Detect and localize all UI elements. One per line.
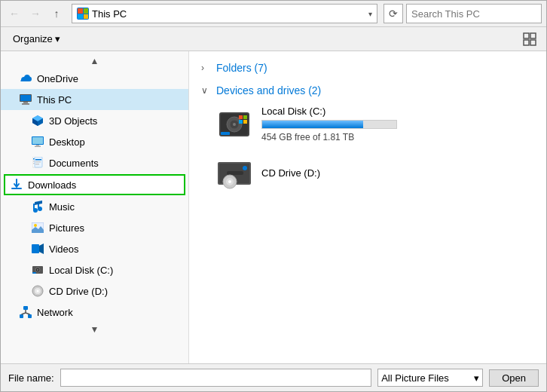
drive-icon-local-c: [216, 106, 252, 142]
cddrive-icon: [31, 284, 44, 298]
thispc-icon: [19, 93, 32, 106]
svg-rect-15: [35, 146, 41, 148]
sidebar-item-music[interactable]: Music: [1, 196, 188, 217]
refresh-button[interactable]: ⟳: [384, 4, 403, 23]
svg-point-39: [37, 290, 39, 292]
address-icon: [77, 8, 89, 20]
drives-section-title: Devices and drives (2): [216, 84, 321, 96]
drives-section: ∨ Devices and drives (2): [201, 80, 534, 197]
svg-marker-32: [39, 243, 44, 254]
svg-rect-31: [32, 244, 39, 253]
search-input[interactable]: [406, 4, 542, 23]
network-icon: [19, 305, 32, 319]
svg-point-61: [228, 180, 231, 183]
sidebar-item-pictures[interactable]: Pictures: [1, 217, 188, 238]
drive-info-cd-d: CD Drive (D:): [261, 167, 320, 179]
folders-section-header[interactable]: › Folders (7): [201, 57, 534, 77]
sidebar-item-videos-label: Videos: [49, 243, 79, 255]
file-type-dropdown[interactable]: All Picture Files ▾: [377, 369, 483, 387]
bottom-bar: File name: All Picture Files ▾ Open: [1, 363, 546, 391]
file-explorer-window: ← → ↑ This PC ▾ ⟳ Organize ▾: [0, 0, 547, 392]
onedrive-icon: [19, 72, 32, 85]
svg-rect-3: [530, 40, 536, 45]
view-icons-button[interactable]: [519, 29, 540, 50]
svg-line-44: [22, 313, 26, 314]
drive-progress-bar-local-c: [261, 120, 397, 129]
drive-progress-fill-local-c: [262, 121, 363, 128]
folders-section: › Folders (7): [201, 57, 534, 77]
sidebar-item-downloads[interactable]: Downloads: [4, 174, 185, 195]
downloads-icon: [10, 178, 23, 191]
drives-chevron: ∨: [201, 85, 212, 96]
svg-rect-27: [33, 204, 35, 210]
svg-point-62: [243, 166, 247, 170]
documents-icon: [31, 156, 44, 170]
toolbar: ← → ↑ This PC ▾ ⟳: [1, 1, 546, 27]
drive-item-cd-d[interactable]: CD Drive (D:): [201, 149, 534, 197]
svg-rect-40: [23, 306, 28, 310]
sidebar-item-documents[interactable]: Documents: [1, 152, 188, 173]
svg-rect-52: [239, 115, 243, 119]
music-icon: [31, 200, 44, 213]
svg-rect-21: [35, 159, 41, 161]
sidebar-item-localdisk[interactable]: Local Disk (C:): [1, 259, 188, 280]
svg-rect-54: [239, 120, 243, 124]
svg-rect-55: [243, 120, 247, 124]
up-button[interactable]: ↑: [47, 5, 66, 23]
organize-button[interactable]: Organize ▾: [7, 31, 66, 47]
svg-rect-22: [35, 161, 41, 163]
sidebar-item-localdisk-label: Local Disk (C:): [49, 265, 113, 276]
drive-free-local-c: 454 GB free of 1.81 TB: [261, 132, 397, 142]
back-button[interactable]: ←: [5, 5, 23, 23]
drive-icon-cd-d: [216, 155, 252, 191]
address-bar[interactable]: This PC ▾: [72, 4, 377, 23]
sidebar-item-cddrive[interactable]: CD Drive (D:): [1, 280, 188, 302]
sidebar-item-3dobjects[interactable]: 3D Objects: [1, 110, 188, 131]
svg-rect-58: [227, 171, 243, 175]
forward-button[interactable]: →: [26, 5, 44, 23]
address-dropdown-arrow[interactable]: ▾: [368, 10, 372, 18]
svg-point-30: [34, 224, 37, 227]
organize-dropdown-arrow: ▾: [55, 33, 60, 44]
organize-label: Organize: [13, 33, 53, 44]
drives-section-header[interactable]: ∨ Devices and drives (2): [201, 80, 534, 100]
drive-name-cd-d: CD Drive (D:): [261, 167, 320, 179]
file-name-input[interactable]: [60, 369, 371, 387]
file-type-arrow: ▾: [474, 372, 479, 384]
sidebar-item-cddrive-label: CD Drive (D:): [49, 286, 108, 297]
sidebar-item-music-label: Music: [49, 201, 75, 213]
sidebar-item-desktop-label: Desktop: [49, 136, 85, 148]
drive-item-local-c[interactable]: Local Disk (C:) 454 GB free of 1.81 TB: [201, 100, 534, 149]
svg-rect-53: [243, 115, 247, 119]
sidebar-scroll-down[interactable]: ▼: [1, 323, 188, 336]
folders-chevron: ›: [201, 63, 212, 73]
sidebar-item-videos[interactable]: Videos: [1, 238, 188, 259]
sidebar-scroll-up[interactable]: ▲: [1, 54, 188, 68]
sidebar: ▲ OneDrive This PC: [1, 51, 189, 363]
svg-rect-1: [530, 33, 536, 38]
svg-point-50: [233, 123, 236, 126]
file-type-label: All Picture Files: [381, 372, 449, 384]
sidebar-item-pictures-label: Pictures: [49, 222, 84, 234]
sidebar-item-desktop[interactable]: Desktop: [1, 131, 188, 152]
secondary-toolbar: Organize ▾: [1, 27, 546, 51]
svg-rect-14: [36, 145, 39, 146]
svg-rect-42: [28, 314, 32, 318]
svg-rect-23: [35, 164, 39, 165]
sidebar-item-onedrive[interactable]: OneDrive: [1, 68, 188, 89]
sidebar-item-onedrive-label: OneDrive: [37, 73, 78, 84]
content-pane: › Folders (7) ∨ Devices and drives (2): [189, 51, 546, 363]
sidebar-item-network-label: Network: [37, 307, 73, 318]
sidebar-item-network[interactable]: Network: [1, 302, 188, 323]
3dobjects-icon: [31, 114, 44, 127]
drive-info-local-c: Local Disk (C:) 454 GB free of 1.81 TB: [261, 106, 397, 142]
drive-name-local-c: Local Disk (C:): [261, 106, 397, 117]
sidebar-item-thispc[interactable]: This PC: [1, 89, 188, 110]
sidebar-item-downloads-label: Downloads: [28, 179, 76, 191]
svg-rect-7: [22, 103, 29, 105]
localdisk-icon: [31, 263, 44, 277]
address-text: This PC: [92, 8, 365, 20]
pictures-icon: [31, 221, 44, 234]
svg-rect-41: [20, 314, 23, 318]
open-button[interactable]: Open: [489, 369, 539, 387]
